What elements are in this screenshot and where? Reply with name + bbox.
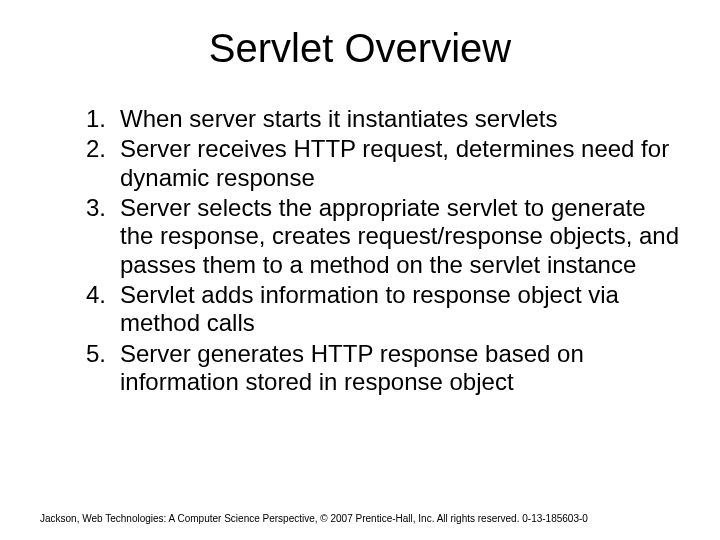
item-number: 4. bbox=[74, 281, 120, 338]
slide: Servlet Overview 1. When server starts i… bbox=[0, 0, 720, 540]
list-item: 1. When server starts it instantiates se… bbox=[74, 105, 680, 133]
item-number: 1. bbox=[74, 105, 120, 133]
list-item: 5. Server generates HTTP response based … bbox=[74, 340, 680, 397]
item-text: Server generates HTTP response based on … bbox=[120, 340, 680, 397]
item-number: 3. bbox=[74, 194, 120, 279]
slide-title: Servlet Overview bbox=[40, 26, 680, 71]
item-text: Servlet adds information to response obj… bbox=[120, 281, 680, 338]
numbered-list: 1. When server starts it instantiates se… bbox=[40, 105, 680, 396]
item-text: Server receives HTTP request, determines… bbox=[120, 135, 680, 192]
list-item: 3. Server selects the appropriate servle… bbox=[74, 194, 680, 279]
list-item: 4. Servlet adds information to response … bbox=[74, 281, 680, 338]
list-item: 2. Server receives HTTP request, determi… bbox=[74, 135, 680, 192]
item-text: When server starts it instantiates servl… bbox=[120, 105, 680, 133]
item-number: 5. bbox=[74, 340, 120, 397]
item-number: 2. bbox=[74, 135, 120, 192]
item-text: Server selects the appropriate servlet t… bbox=[120, 194, 680, 279]
footer-text: Jackson, Web Technologies: A Computer Sc… bbox=[40, 513, 680, 524]
